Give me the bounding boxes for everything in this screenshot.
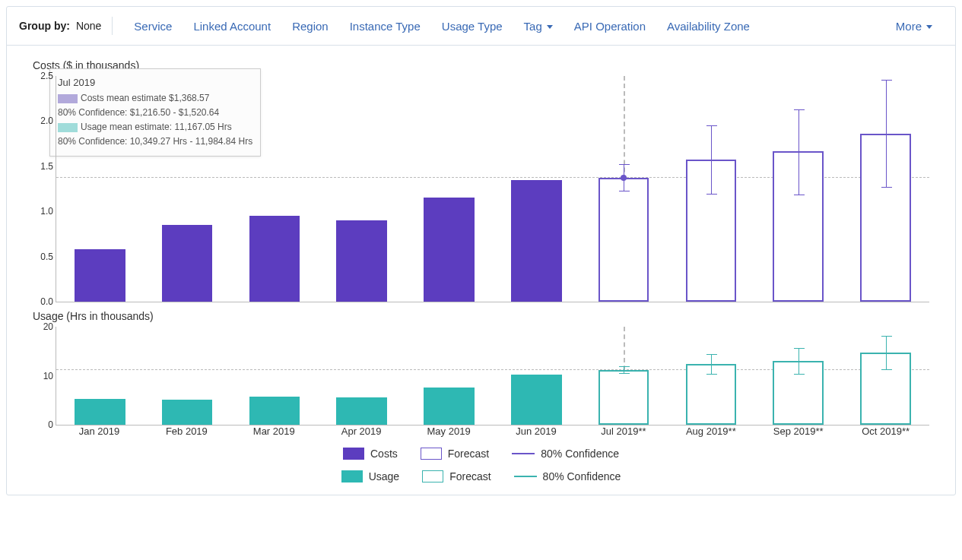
y-tick: 1.0 [27, 206, 53, 217]
bar-slot [144, 327, 231, 425]
y-tick: 1.5 [27, 161, 53, 172]
filter-linked-account[interactable]: Linked Account [183, 15, 281, 37]
x-axis-label: Feb 2019 [143, 426, 230, 437]
confidence-interval [886, 80, 887, 188]
bar-jun-2019[interactable] [511, 375, 562, 425]
chart-area: Jul 2019 Costs mean estimate $1,368.57 8… [7, 46, 955, 495]
bar-apr-2019[interactable] [336, 220, 387, 302]
legend-conf-label: 80% Confidence [541, 448, 619, 460]
bar-slot [668, 327, 755, 425]
forecast-marker [621, 175, 627, 181]
bar-may-2019[interactable] [424, 388, 475, 425]
bar-slot [580, 76, 668, 302]
bar-slot [754, 327, 842, 425]
x-axis-label: Oct 2019** [842, 426, 929, 437]
y-tick: 10 [27, 371, 53, 381]
legend-costs-label: Costs [370, 448, 398, 460]
bar-feb-2019[interactable] [162, 400, 213, 425]
x-axis-label: May 2019 [405, 426, 493, 437]
costs-chart: 0.00.51.01.52.02.5 [56, 76, 929, 302]
filter-usage-type[interactable]: Usage Type [431, 15, 513, 37]
bar-slot [231, 76, 319, 302]
x-axis-label: Jun 2019 [493, 426, 580, 437]
costs-legend: Costs Forecast 80% Confidence [25, 448, 937, 460]
x-axis-label: Aug 2019** [667, 426, 754, 437]
bar-apr-2019[interactable] [336, 397, 387, 425]
legend-forecast-swatch [421, 448, 442, 460]
x-axis-label: Mar 2019 [230, 426, 318, 437]
bar-slot [493, 327, 580, 425]
bar-slot [668, 76, 755, 302]
usage-legend: Usage Forecast 80% Confidence [25, 470, 937, 482]
y-tick: 2.0 [27, 115, 53, 126]
filter-links: ServiceLinked AccountRegionInstance Type… [123, 15, 760, 37]
more-link[interactable]: More [885, 15, 943, 37]
confidence-interval [711, 125, 712, 194]
bar-jan-2019[interactable] [75, 399, 125, 425]
filter-api-operation[interactable]: API Operation [564, 15, 656, 37]
legend-forecast-label: Forecast [448, 448, 489, 460]
y-tick: 20 [27, 321, 53, 332]
y-tick: 2.5 [27, 71, 53, 81]
bar-slot [842, 327, 929, 425]
usage-chart: 01020 [56, 327, 929, 426]
bar-slot [318, 76, 405, 302]
confidence-interval [798, 109, 799, 195]
bar-slot [754, 76, 842, 302]
x-axis-label: Jul 2019** [579, 426, 667, 437]
y-tick: 0.5 [27, 252, 53, 262]
separator [112, 17, 113, 35]
confidence-interval [886, 336, 887, 370]
y-tick: 0 [27, 419, 53, 430]
filter-bar: Group by: None ServiceLinked AccountRegi… [7, 7, 955, 46]
cost-explorer-panel: Group by: None ServiceLinked AccountRegi… [6, 6, 956, 495]
bar-jul-2019[interactable] [598, 178, 649, 302]
bar-jun-2019[interactable] [511, 180, 562, 302]
group-by-value: None [76, 20, 101, 32]
bar-slot [405, 76, 493, 302]
legend-usage-label: Usage [369, 470, 399, 482]
x-axis-label: Sep 2019** [754, 426, 842, 437]
chevron-down-icon [922, 20, 932, 33]
filter-availability-zone[interactable]: Availability Zone [656, 15, 760, 37]
y-tick: 0.0 [27, 296, 53, 307]
confidence-interval [798, 348, 799, 375]
chevron-down-icon [542, 20, 553, 33]
bar-slot [493, 76, 580, 302]
filter-tag[interactable]: Tag [513, 15, 564, 37]
bar-slot [144, 76, 231, 302]
bar-slot [56, 327, 144, 425]
legend-usage-swatch [341, 470, 363, 482]
bar-slot [318, 327, 405, 425]
bar-feb-2019[interactable] [162, 225, 213, 302]
bar-slot [56, 76, 144, 302]
bar-jul-2019[interactable] [598, 370, 649, 425]
legend-conf-swatch [512, 453, 535, 454]
x-axis-label: Apr 2019 [318, 426, 405, 437]
legend-conf-label: 80% Confidence [543, 470, 621, 482]
bar-slot [231, 327, 319, 425]
bar-slot [405, 327, 493, 425]
filter-service[interactable]: Service [123, 15, 183, 37]
confidence-interval [624, 366, 624, 375]
bar-jan-2019[interactable] [75, 249, 125, 302]
bar-may-2019[interactable] [424, 198, 475, 302]
legend-forecast-label: Forecast [449, 470, 491, 482]
filter-instance-type[interactable]: Instance Type [339, 15, 431, 37]
legend-forecast-swatch [422, 470, 443, 482]
legend-conf-swatch [514, 476, 537, 477]
x-axis: Jan 2019Feb 2019Mar 2019Apr 2019May 2019… [56, 426, 929, 437]
bar-mar-2019[interactable] [249, 216, 300, 302]
usage-chart-title: Usage (Hrs in thousands) [33, 310, 937, 322]
filter-region[interactable]: Region [281, 15, 339, 37]
group-by-label: Group by: [19, 20, 70, 32]
confidence-interval [711, 354, 712, 375]
bar-slot [580, 327, 668, 425]
bar-slot [842, 76, 929, 302]
x-axis-label: Jan 2019 [56, 426, 143, 437]
bar-mar-2019[interactable] [249, 397, 300, 425]
legend-costs-swatch [343, 448, 364, 460]
